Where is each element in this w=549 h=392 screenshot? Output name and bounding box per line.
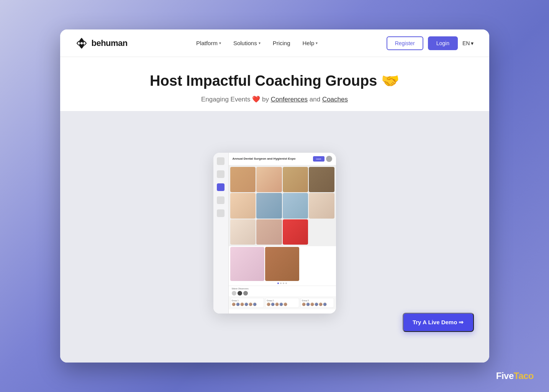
- svg-point-0: [80, 42, 83, 44]
- nav-help[interactable]: Help ▾: [303, 40, 318, 46]
- conferences-link[interactable]: Conferences: [271, 96, 308, 103]
- video-cell-10: [256, 219, 282, 245]
- solutions-chevron-icon: ▾: [259, 41, 261, 45]
- video-grid: [229, 165, 336, 247]
- chat-icon: [217, 196, 225, 204]
- video-cell-partial-2: [265, 247, 299, 281]
- watermark-part1: Five: [496, 371, 514, 381]
- group-avatars-1: [232, 302, 263, 306]
- silent-avatar-3: [243, 291, 248, 296]
- video-cell-3: [283, 167, 308, 193]
- silent-avatar-2: [238, 291, 242, 296]
- group-card-1: Group 1: [230, 298, 264, 308]
- group-avatars-2: [267, 302, 298, 306]
- silent-avatar-1: [232, 291, 236, 296]
- video-cell-11: [283, 219, 308, 245]
- user-avatar: [326, 156, 332, 162]
- video-cell-1: [230, 167, 256, 193]
- coaches-link[interactable]: Coaches: [322, 96, 348, 103]
- mockup-main: Annual Dental Surgeon and Hygienist Expo…: [229, 153, 336, 314]
- silent-avatars: [232, 291, 333, 296]
- group-avatar: [267, 302, 270, 306]
- group-card-title-3: Group 3: [302, 299, 333, 302]
- dot-3[interactable]: [283, 283, 284, 284]
- pagination-dots: [229, 281, 336, 286]
- video-icon: [217, 170, 225, 178]
- nav-pricing[interactable]: Pricing: [273, 40, 290, 46]
- video-cell-partial-1: [230, 247, 264, 281]
- group-card-2: Group 2: [265, 298, 299, 308]
- platform-chevron-icon: ▾: [219, 41, 221, 45]
- logo-area[interactable]: behuman: [75, 37, 128, 49]
- behuman-logo-icon: [75, 37, 88, 49]
- mockup-event-title: Annual Dental Surgeon and Hygienist Expo: [233, 157, 296, 160]
- group-avatar: [323, 302, 327, 306]
- try-demo-button[interactable]: Try A Live Demo ⇒: [403, 313, 474, 332]
- group-avatar: [244, 302, 248, 306]
- group-avatar: [302, 302, 306, 306]
- silent-label: Silent Observers: [232, 287, 333, 290]
- app-mockup: Annual Dental Surgeon and Hygienist Expo…: [213, 153, 336, 314]
- group-avatars-3: [302, 302, 333, 306]
- group-avatar: [271, 302, 275, 306]
- group-avatar: [315, 302, 318, 306]
- mockup-controls: Leave: [313, 156, 332, 162]
- demo-area: Annual Dental Surgeon and Hygienist Expo…: [60, 111, 489, 363]
- group-avatar: [249, 302, 252, 306]
- group-avatar: [236, 302, 240, 306]
- watermark: FiveTaco: [496, 371, 534, 381]
- video-cell-9: [230, 219, 256, 245]
- grid-icon: [217, 183, 225, 191]
- hero-title: Host Impactful Coaching Groups 🤝: [150, 72, 399, 89]
- brand-name: behuman: [92, 38, 128, 48]
- video-cell-6: [256, 193, 282, 219]
- group-avatar: [279, 302, 283, 306]
- silent-observers-section: Silent Observers: [229, 286, 336, 296]
- group-card-3: Group 3: [300, 298, 334, 308]
- group-avatar: [275, 302, 279, 306]
- nav-platform[interactable]: Platform ▾: [196, 40, 221, 46]
- nav-solutions[interactable]: Solutions ▾: [233, 40, 261, 46]
- group-avatar: [319, 302, 323, 306]
- video-cell-5: [230, 193, 256, 219]
- group-avatar: [284, 302, 287, 306]
- group-avatar: [306, 302, 310, 306]
- login-button[interactable]: Login: [428, 36, 458, 50]
- video-cell-8: [309, 193, 334, 219]
- video-cell-7: [283, 193, 308, 219]
- hero-subtitle: Engaging Events ❤️ by Conferences and Co…: [201, 95, 348, 103]
- group-icon: [217, 209, 225, 217]
- browser-window: behuman Platform ▾ Solutions ▾ Pricing H…: [60, 29, 489, 363]
- dot-2[interactable]: [280, 283, 282, 284]
- nav-links: Platform ▾ Solutions ▾ Pricing Help ▾: [196, 40, 318, 46]
- leave-btn[interactable]: Leave: [313, 156, 324, 162]
- mockup-sidebar: [213, 153, 229, 314]
- home-icon: [217, 157, 225, 165]
- register-button[interactable]: Register: [387, 36, 423, 50]
- group-avatar: [253, 302, 257, 306]
- video-grid-partial: [229, 246, 336, 281]
- mockup-header: Annual Dental Surgeon and Hygienist Expo…: [229, 153, 336, 165]
- group-avatar: [310, 302, 314, 306]
- dot-4[interactable]: [285, 283, 287, 284]
- lang-chevron-icon: ▾: [471, 40, 474, 46]
- video-cell-2: [256, 167, 282, 193]
- help-chevron-icon: ▾: [316, 41, 318, 45]
- video-cell-4: [309, 167, 334, 193]
- group-avatar: [240, 302, 244, 306]
- hero-section: Host Impactful Coaching Groups 🤝 Engagin…: [60, 57, 489, 103]
- nav-actions: Register Login EN ▾: [387, 36, 474, 50]
- navbar: behuman Platform ▾ Solutions ▾ Pricing H…: [60, 29, 489, 57]
- group-card-title-1: Group 1: [232, 299, 263, 302]
- group-avatar: [232, 302, 236, 306]
- watermark-part2: Taco: [514, 371, 534, 381]
- group-cards: Group 1 Group 2: [229, 296, 336, 309]
- group-card-title-2: Group 2: [267, 299, 298, 302]
- dot-1[interactable]: [277, 283, 279, 284]
- language-selector[interactable]: EN ▾: [462, 40, 474, 46]
